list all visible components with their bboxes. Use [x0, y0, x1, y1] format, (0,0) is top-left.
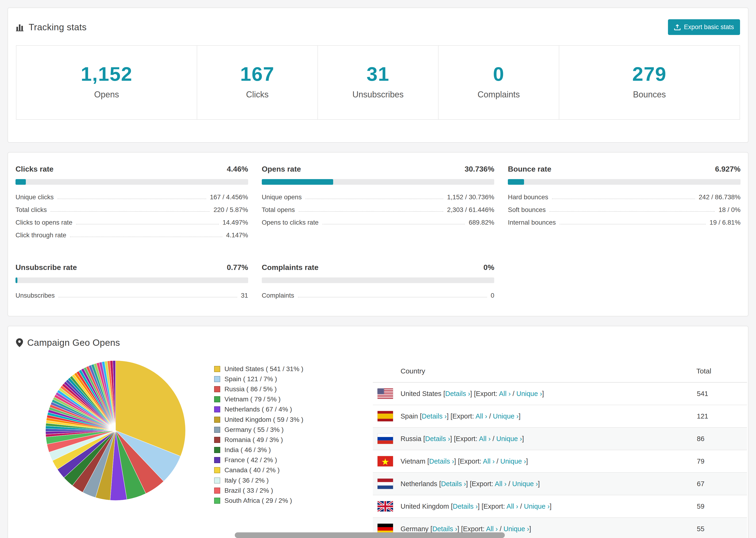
flag-ru-icon — [378, 434, 393, 444]
bar-chart-icon — [16, 23, 25, 31]
export-all-link[interactable]: All › — [495, 480, 507, 488]
legend-swatch-south-africa — [214, 498, 220, 504]
export-unique-link[interactable]: Unique › — [512, 480, 538, 488]
country-links: [Details ›] [Export: All › / Unique ›] — [418, 412, 520, 420]
legend-item-germany: Germany ( 55 / 3% ) — [214, 425, 368, 435]
legend-swatch-vietnam — [214, 396, 220, 402]
stat-label-bounces: Bounces — [559, 90, 739, 99]
rate-title-bounce-rate: Bounce rate — [508, 165, 551, 174]
geo-opens-title: Campaign Geo Opens — [27, 338, 120, 348]
legend-swatch-france — [214, 457, 220, 463]
clicks-rate-progress-fill — [16, 179, 26, 185]
stat-row-unsubscribes: Unsubscribes31 — [16, 289, 248, 302]
export-unique-link[interactable]: Unique › — [524, 503, 550, 510]
stat-box-clicks: 167Clicks — [197, 45, 318, 120]
stat-row-label: Click through rate — [16, 232, 66, 239]
legend-item-united-kingdom: United Kingdom ( 59 / 3% ) — [214, 414, 368, 425]
export-all-link[interactable]: All › — [479, 435, 491, 443]
details-link[interactable]: Details › — [441, 480, 466, 488]
legend-swatch-russia — [214, 386, 220, 392]
export-all-link[interactable]: All › — [475, 412, 487, 420]
export-unique-link[interactable]: Unique › — [500, 457, 526, 465]
legend-label: South Africa ( 29 / 2% ) — [225, 497, 292, 505]
geo-opens-pie-chart[interactable] — [45, 360, 186, 503]
unsubscribe-rate-progressbar — [16, 278, 248, 283]
legend-label: Vietnam ( 79 / 5% ) — [225, 396, 281, 403]
details-link[interactable]: Details › — [432, 525, 457, 533]
rate-value-complaints-rate: 0% — [483, 263, 494, 272]
complaints-rate-progressbar — [262, 278, 495, 283]
bounce-rate-progress-fill — [508, 179, 524, 185]
details-link[interactable]: Details › — [429, 457, 454, 465]
geo-table-row-netherlands: Netherlands [Details ›] [Export: All › /… — [373, 472, 747, 495]
rate-block-unsubscribe-rate: Unsubscribe rate0.77%Unsubscribes31 — [16, 263, 248, 302]
export-all-link[interactable]: All › — [486, 525, 498, 533]
country-total: 86 — [696, 427, 747, 450]
rate-block-clicks-rate: Clicks rate4.46%Unique clicks167 / 4.456… — [16, 165, 248, 242]
stat-row-label: Internal bounces — [508, 219, 556, 226]
stat-label-opens: Opens — [17, 90, 197, 99]
details-link[interactable]: Details › — [445, 390, 470, 398]
dotted-leader — [560, 224, 706, 224]
export-basic-stats-button[interactable]: Export basic stats — [668, 19, 740, 35]
export-unique-link[interactable]: Unique › — [516, 390, 542, 398]
geo-table-row-vietnam: Vietnam [Details ›] [Export: All › / Uni… — [373, 450, 747, 472]
dotted-leader — [58, 297, 237, 297]
stat-row-value: 689.82% — [469, 219, 494, 226]
stat-box-unsubscribes: 31Unsubscribes — [318, 45, 439, 120]
country-column-header: Country — [373, 360, 696, 382]
legend-item-russia: Russia ( 86 / 5% ) — [214, 384, 368, 394]
legend-swatch-netherlands — [214, 406, 220, 412]
stat-row-value: 242 / 86.738% — [699, 193, 740, 201]
dotted-leader — [552, 198, 695, 199]
legend-item-india: India ( 46 / 3% ) — [214, 445, 368, 455]
export-all-link[interactable]: All › — [507, 503, 518, 510]
stat-label-clicks: Clicks — [197, 90, 317, 99]
legend-label: United Kingdom ( 59 / 3% ) — [225, 416, 303, 423]
export-unique-link[interactable]: Unique › — [493, 412, 519, 420]
rate-block-opens-rate: Opens rate30.736%Unique opens1,152 / 30.… — [262, 165, 495, 242]
stat-row-label: Opens to clicks rate — [262, 219, 319, 226]
export-all-link[interactable]: All › — [499, 390, 511, 398]
stat-row-label: Hard bounces — [508, 193, 548, 201]
rate-title-clicks-rate: Clicks rate — [16, 165, 54, 174]
clicks-rate-progressbar — [16, 179, 248, 185]
geo-opens-body: United States ( 541 / 31% )Spain ( 121 /… — [8, 355, 748, 538]
export-all-link[interactable]: All › — [483, 457, 495, 465]
country-total: 541 — [696, 382, 747, 405]
country-total: 79 — [696, 450, 747, 472]
stat-row-label: Clicks to opens rate — [16, 219, 72, 226]
rate-value-clicks-rate: 4.46% — [227, 165, 248, 174]
stat-row-unique-opens: Unique opens1,152 / 30.736% — [262, 191, 495, 203]
total-column-header: Total — [696, 360, 747, 382]
details-link[interactable]: Details › — [425, 435, 450, 443]
stat-row-label: Unsubscribes — [16, 292, 55, 299]
export-button-label: Export basic stats — [684, 24, 734, 31]
rate-value-opens-rate: 30.736% — [465, 165, 494, 174]
legend-item-netherlands: Netherlands ( 67 / 4% ) — [214, 404, 368, 414]
export-unique-link[interactable]: Unique › — [503, 525, 529, 533]
details-link[interactable]: Details › — [422, 412, 447, 420]
rate-detail-rows: Unique clicks167 / 4.456%Total clicks220… — [16, 191, 248, 242]
legend-swatch-brazil — [214, 488, 220, 494]
legend-swatch-united-kingdom — [214, 417, 220, 423]
stat-row-label: Unique clicks — [16, 193, 54, 201]
dotted-leader — [50, 211, 210, 212]
stat-row-soft-bounces: Soft bounces18 / 0% — [508, 203, 740, 216]
dotted-leader — [58, 198, 206, 199]
map-pin-icon — [16, 338, 23, 348]
country-total: 121 — [696, 405, 747, 427]
legend-label: United States ( 541 / 31% ) — [225, 365, 303, 373]
legend-swatch-italy — [214, 477, 220, 484]
rate-title-opens-rate: Opens rate — [262, 165, 301, 174]
stat-row-hard-bounces: Hard bounces242 / 86.738% — [508, 191, 740, 203]
rate-detail-rows: Unique opens1,152 / 30.736%Total opens2,… — [262, 191, 495, 229]
details-link[interactable]: Details › — [453, 503, 477, 510]
country-name: United States — [401, 390, 441, 398]
legend-swatch-united-states — [214, 366, 220, 372]
stat-box-bounces: 279Bounces — [559, 45, 740, 120]
horizontal-scrollbar-thumb[interactable] — [235, 532, 505, 538]
legend-item-italy: Italy ( 36 / 2% ) — [214, 475, 368, 485]
export-unique-link[interactable]: Unique › — [496, 435, 522, 443]
stat-row-internal-bounces: Internal bounces19 / 6.81% — [508, 216, 740, 229]
